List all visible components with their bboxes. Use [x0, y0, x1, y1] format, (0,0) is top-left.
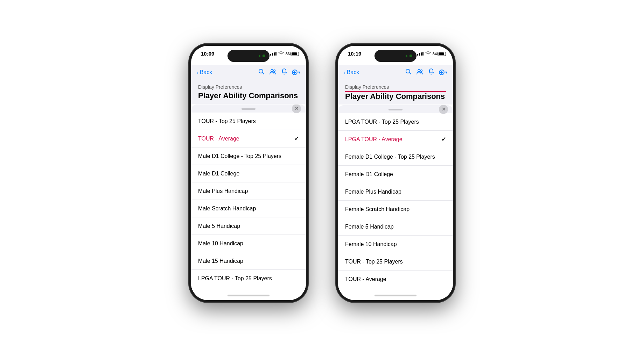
option-label: LPGA TOUR - Top 25 Players	[345, 119, 446, 125]
sheet-handle	[241, 108, 255, 110]
option-label: TOUR - Average	[345, 276, 446, 282]
svg-point-10	[421, 70, 422, 71]
status-time: 10:09	[201, 51, 214, 57]
sheet-handle-row: ✕	[338, 105, 453, 113]
search-icon[interactable]	[258, 69, 265, 77]
search-icon[interactable]	[405, 69, 412, 77]
svg-point-9	[418, 70, 420, 72]
section-header: Display PreferencesPlayer Ability Compar…	[191, 80, 306, 104]
selected-checkmark-icon: ✓	[294, 135, 299, 142]
option-label: Male 10 Handicap	[198, 240, 299, 247]
option-label: Female D1 College - Top 25 Players	[345, 154, 446, 160]
home-bar	[374, 295, 416, 296]
option-label: Male 5 Handicap	[198, 223, 299, 229]
bell-icon[interactable]	[281, 69, 287, 77]
signal-bars-icon	[268, 52, 276, 56]
section-title: Player Ability Comparisons	[198, 91, 299, 100]
list-item[interactable]: Female Plus Handicap	[338, 183, 453, 201]
back-chevron-icon: ‹	[197, 70, 198, 75]
svg-point-2	[271, 70, 273, 72]
sheet-close-button[interactable]: ✕	[292, 104, 301, 113]
phone-screen: 10:19 84 ‹Back	[338, 46, 453, 300]
list-item[interactable]: Male D1 College - Top 25 Players	[191, 147, 306, 165]
sheet-handle	[388, 109, 402, 110]
home-indicator	[191, 290, 306, 300]
island-camera-dot	[259, 55, 260, 57]
battery-indicator: 84	[433, 52, 446, 56]
plus-chevron: ▾	[445, 70, 447, 75]
option-label: LPGA TOUR - Average	[345, 136, 441, 143]
status-icons: 86	[268, 51, 299, 56]
list-item[interactable]: Male D1 College	[191, 165, 306, 182]
list-item[interactable]: LPGA TOUR - Average✓	[338, 131, 453, 148]
list-item[interactable]: Female 10 Handicap	[338, 236, 453, 253]
option-label: Female 5 Handicap	[345, 224, 446, 230]
selected-checkmark-icon: ✓	[441, 136, 446, 143]
list-item[interactable]: Female Scratch Handicap	[338, 201, 453, 218]
home-bar	[227, 295, 270, 296]
person-group-icon[interactable]	[416, 69, 424, 76]
list-item[interactable]: Female 5 Handicap	[338, 218, 453, 236]
phone-screen: 10:09 86 ‹Back	[191, 46, 306, 300]
plus-menu-icon[interactable]: ▾	[439, 70, 447, 75]
list-item[interactable]: TOUR - Top 25 Players	[338, 253, 453, 271]
status-icons: 84	[415, 51, 446, 56]
phones-container: 10:09 86 ‹Back	[189, 44, 455, 302]
island-speaker-dot	[410, 55, 412, 57]
phone-right: 10:19 84 ‹Back	[336, 44, 455, 302]
dynamic-island	[227, 50, 270, 62]
bell-icon[interactable]	[428, 69, 434, 77]
person-group-icon[interactable]	[270, 69, 276, 76]
list-item[interactable]: Female D1 College - Top 25 Players	[338, 148, 453, 166]
home-indicator	[338, 290, 453, 300]
option-label: Female Scratch Handicap	[345, 206, 446, 212]
section-title: Player Ability Comparisons	[345, 92, 446, 101]
nav-right-icons: ▾	[258, 69, 300, 77]
list-item[interactable]: LPGA TOUR - Top 25 Players	[338, 113, 453, 131]
list-item[interactable]: Male Scratch Handicap	[191, 200, 306, 217]
battery-fill	[439, 52, 444, 55]
island-camera-dot	[406, 55, 407, 57]
plus-chevron: ▾	[298, 70, 300, 75]
plus-menu-icon[interactable]: ▾	[292, 70, 300, 75]
sheet-handle-row: ✕	[191, 104, 306, 113]
dynamic-island	[374, 50, 416, 62]
back-button[interactable]: ‹Back	[344, 69, 359, 75]
phone-left: 10:09 86 ‹Back	[189, 44, 308, 302]
list-item[interactable]: Male 15 Handicap	[191, 252, 306, 270]
option-label: Female Plus Handicap	[345, 189, 446, 195]
option-label: TOUR - Top 25 Players	[198, 118, 299, 124]
list-item[interactable]: Male 10 Handicap	[191, 235, 306, 252]
display-prefs-tab[interactable]: Display Preferences	[345, 84, 446, 91]
option-label: Male Scratch Handicap	[198, 206, 299, 212]
wifi-icon	[425, 51, 431, 56]
bottom-sheet: ✕TOUR - Top 25 PlayersTOUR - Average✓Mal…	[191, 104, 306, 290]
battery-percent: 84	[433, 52, 437, 56]
back-button[interactable]: ‹Back	[197, 69, 212, 75]
option-label: TOUR - Average	[198, 136, 294, 142]
section-label: Display Preferences	[198, 84, 299, 90]
svg-line-8	[410, 72, 411, 74]
list-item[interactable]: TOUR - Average	[338, 271, 453, 288]
battery-body	[290, 52, 299, 56]
list-item[interactable]: LPGA TOUR - Top 25 Players	[191, 270, 306, 287]
options-list: LPGA TOUR - Top 25 PlayersLPGA TOUR - Av…	[338, 113, 453, 290]
nav-bar: ‹Back	[191, 65, 306, 80]
option-label: Male Plus Handicap	[198, 188, 299, 194]
list-item[interactable]: Male Plus Handicap	[191, 182, 306, 200]
option-label: Male 15 Handicap	[198, 258, 299, 264]
back-label: Back	[347, 69, 359, 75]
section-header: Display PreferencesPlayer Ability Compar…	[338, 80, 453, 104]
list-item[interactable]: Male 5 Handicap	[191, 217, 306, 235]
list-item[interactable]: TOUR - Average✓	[191, 130, 306, 147]
option-label: Female 10 Handicap	[345, 241, 446, 247]
nav-bar: ‹Back	[338, 65, 453, 80]
sheet-close-button[interactable]: ✕	[439, 105, 448, 114]
bottom-sheet: ✕LPGA TOUR - Top 25 PlayersLPGA TOUR - A…	[338, 105, 453, 290]
list-item[interactable]: Female D1 College	[338, 166, 453, 183]
list-item[interactable]: TOUR - Top 25 Players	[191, 113, 306, 130]
battery-fill	[292, 52, 297, 55]
battery-percent: 86	[286, 52, 290, 56]
option-label: TOUR - Top 25 Players	[345, 259, 446, 265]
option-label: LPGA TOUR - Top 25 Players	[198, 275, 299, 282]
